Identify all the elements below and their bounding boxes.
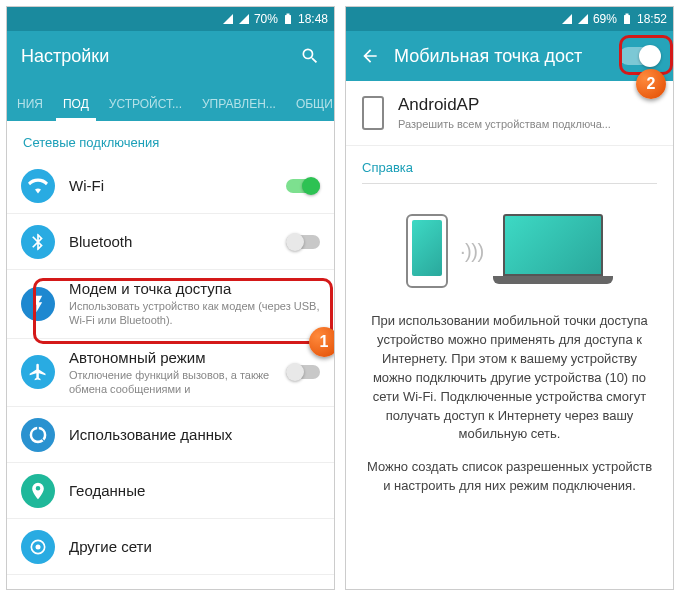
status-bar: 70% 18:48: [7, 7, 334, 31]
airplane-icon: [21, 355, 55, 389]
phone-icon: [362, 96, 384, 130]
item-title: Другие сети: [69, 538, 320, 555]
help-label: Справка: [346, 146, 673, 183]
item-wifi[interactable]: Wi-Fi: [7, 158, 334, 214]
signal-icon: [238, 13, 250, 25]
help-text-2: Можно создать список разрешенных устройс…: [364, 458, 655, 496]
item-title: Использование данных: [69, 426, 320, 443]
section-label: Сетевые подключения: [7, 121, 334, 158]
item-title: Wi-Fi: [69, 177, 272, 194]
ap-subtitle: Разрешить всем устройствам подключа...: [398, 117, 657, 131]
phone-right: 69% 18:52 Мобильная точка дост AndroidAP…: [345, 6, 674, 590]
battery-icon: [621, 13, 633, 25]
laptop-graphic: [493, 214, 613, 288]
more-icon: [21, 530, 55, 564]
svg-point-3: [36, 544, 41, 549]
bluetooth-toggle[interactable]: [286, 235, 320, 249]
badge-2: 2: [636, 69, 666, 99]
search-icon[interactable]: [300, 46, 320, 66]
signal-icon: [577, 13, 589, 25]
help-section: · ) ) ) При использовании мобильной точк…: [346, 184, 673, 508]
tab-bar: НИЯ ПОД УСТРОЙСТ... УПРАВЛЕН... ОБЩИЕ: [7, 81, 334, 121]
svg-rect-5: [625, 14, 628, 16]
back-icon[interactable]: [360, 46, 380, 66]
svg-rect-4: [624, 15, 630, 24]
item-title: Модем и точка доступа: [69, 280, 320, 297]
item-ap[interactable]: AndroidAP Разрешить всем устройствам под…: [346, 81, 673, 146]
tab-active[interactable]: ПОД: [53, 97, 99, 121]
header-title: Мобильная точка дост: [394, 46, 605, 67]
item-subtitle: Использовать устройство как модем (через…: [69, 299, 320, 328]
signal-icon: [222, 13, 234, 25]
location-icon: [21, 474, 55, 508]
help-text-1: При использовании мобильной точки доступ…: [364, 312, 655, 444]
item-tethering[interactable]: Модем и точка доступа Использовать устро…: [7, 270, 334, 339]
bluetooth-icon: [21, 225, 55, 259]
phone-graphic: [406, 214, 448, 288]
app-header: Мобильная точка дост: [346, 31, 673, 81]
clock: 18:52: [637, 12, 667, 26]
header-title: Настройки: [21, 46, 286, 67]
illustration: · ) ) ): [364, 196, 655, 312]
tab[interactable]: НИЯ: [7, 97, 53, 121]
data-usage-icon: [21, 418, 55, 452]
wifi-waves-icon: · ) ) ): [460, 240, 481, 263]
signal-icon: [561, 13, 573, 25]
settings-list: Сетевые подключения Wi-Fi Bluetooth Моде…: [7, 121, 334, 589]
hotspot-toggle[interactable]: [619, 47, 659, 65]
item-title: Геоданные: [69, 482, 320, 499]
app-header: Настройки: [7, 31, 334, 81]
item-bluetooth[interactable]: Bluetooth: [7, 214, 334, 270]
wifi-toggle[interactable]: [286, 179, 320, 193]
clock: 18:48: [298, 12, 328, 26]
svg-rect-1: [286, 14, 289, 16]
phone-left: 70% 18:48 Настройки НИЯ ПОД УСТРОЙСТ... …: [6, 6, 335, 590]
airplane-toggle[interactable]: [286, 365, 320, 379]
status-bar: 69% 18:52: [346, 7, 673, 31]
item-more-networks[interactable]: Другие сети: [7, 519, 334, 575]
item-data-usage[interactable]: Использование данных: [7, 407, 334, 463]
wifi-icon: [21, 169, 55, 203]
tab[interactable]: УСТРОЙСТ...: [99, 97, 192, 121]
tab[interactable]: ОБЩИЕ: [286, 97, 335, 121]
badge-1: 1: [309, 327, 335, 357]
tethering-icon: [21, 287, 55, 321]
item-location[interactable]: Геоданные: [7, 463, 334, 519]
item-subtitle: Отключение функций вызовов, а также обме…: [69, 368, 272, 397]
item-airplane[interactable]: Автономный режим Отключение функций вызо…: [7, 339, 334, 408]
ap-name: AndroidAP: [398, 95, 657, 115]
battery-icon: [282, 13, 294, 25]
battery-pct: 69%: [593, 12, 617, 26]
svg-rect-0: [285, 15, 291, 24]
item-title: Автономный режим: [69, 349, 272, 366]
item-title: Bluetooth: [69, 233, 272, 250]
tab[interactable]: УПРАВЛЕН...: [192, 97, 286, 121]
battery-pct: 70%: [254, 12, 278, 26]
